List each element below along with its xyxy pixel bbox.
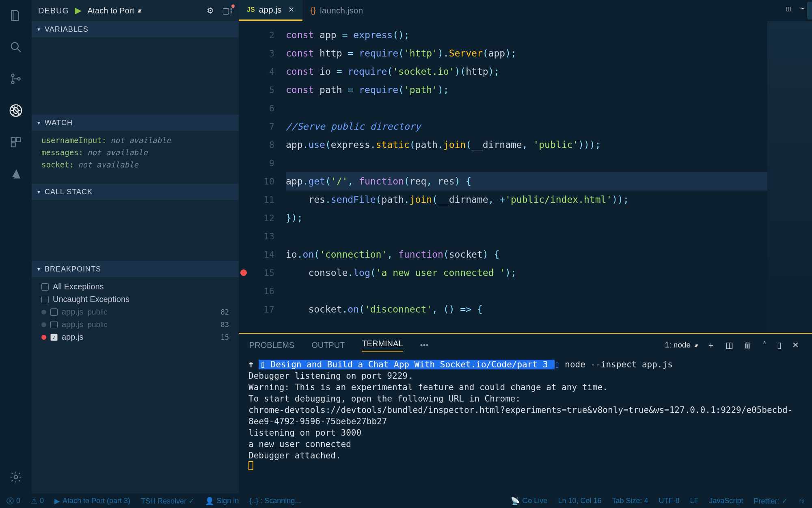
status-scanning[interactable]: {..} : Scanning... (249, 497, 301, 505)
debug-icon[interactable] (8, 102, 24, 119)
split-editor-icon[interactable]: ◫ (786, 4, 790, 13)
status-prettier[interactable]: Prettier: ✓ (754, 497, 788, 506)
status-warnings[interactable]: ⚠ 0 (31, 497, 44, 506)
chevron-down-icon: ▾ (37, 26, 41, 33)
callstack-section-header[interactable]: ▾CALL STACK (32, 184, 239, 200)
svg-rect-6 (16, 138, 20, 142)
debug-label: DEBUG (38, 6, 69, 15)
line-number: 2 (248, 26, 274, 44)
kill-terminal-icon[interactable]: 🗑 (744, 341, 752, 350)
terminal[interactable]: ✝ ▯ Design and Build a Chat App With Soc… (239, 356, 812, 493)
breakpoint-all-exceptions[interactable]: All Exceptions (39, 280, 234, 293)
svg-point-2 (11, 81, 14, 84)
chevron-down-icon: ▾ (37, 266, 41, 272)
breakpoint-gutter[interactable] (239, 21, 248, 333)
settings-gear-icon[interactable] (8, 469, 24, 485)
status-errors[interactable]: ⓧ 0 (6, 496, 20, 506)
debug-settings-gear-icon[interactable]: ⚙ (207, 6, 214, 15)
watch-item[interactable]: messages: not available (39, 146, 234, 158)
debug-console-icon[interactable]: ▢⁞ (222, 6, 232, 15)
explorer-icon[interactable] (8, 7, 24, 24)
watch-status: not available (110, 136, 171, 145)
watch-name: messages: (41, 148, 83, 157)
breakpoint-uncaught-exceptions[interactable]: Uncaught Exceptions (39, 293, 234, 306)
start-debug-icon[interactable]: ▶ (75, 5, 82, 16)
close-panel-icon[interactable]: ✕ (792, 340, 799, 350)
variables-section-header[interactable]: ▾VARIABLES (32, 21, 239, 37)
status-tab-size[interactable]: Tab Size: 4 (612, 497, 648, 506)
code-line: io.on('connection', function(socket) { (286, 245, 767, 264)
toggle-panel-icon[interactable]: ▯ (777, 340, 782, 350)
status-bar: ⓧ 0 ⚠ 0 ▶ Atach to Port (part 3) TSH Res… (0, 493, 812, 508)
more-tabs-icon[interactable]: ••• (420, 341, 429, 350)
watch-body: usernameInput: not availablemessages: no… (32, 131, 239, 184)
status-cursor-pos[interactable]: Ln 10, Col 16 (558, 497, 601, 506)
status-eol[interactable]: LF (690, 497, 699, 506)
line-number: 11 (248, 191, 274, 209)
debug-config-selector[interactable]: Atach to Port ▴▾ (87, 6, 139, 15)
debug-header: DEBUG ▶ Atach to Port ▴▾ ⚙ ▢⁞ (32, 0, 239, 21)
source-control-icon[interactable] (8, 71, 24, 87)
editor-header-actions: ◫ ⋯ (786, 4, 805, 13)
watch-item[interactable]: usernameInput: not available (39, 134, 234, 146)
extensions-icon[interactable] (8, 134, 24, 150)
panel-tab-output[interactable]: OUTPUT (311, 341, 345, 350)
watch-section-header[interactable]: ▾WATCH (32, 115, 239, 131)
code-line: app.use(express.static(path.join(__dirna… (286, 136, 767, 154)
breakpoint-dot-icon (41, 322, 46, 327)
breakpoint-marker[interactable] (240, 269, 247, 276)
status-tsh-resolver[interactable]: TSH Resolver ✓ (141, 497, 194, 506)
terminal-selector[interactable]: 1: node ▴▾ (665, 341, 696, 350)
maximize-panel-icon[interactable]: ˄ (762, 340, 767, 350)
variables-body (32, 37, 239, 115)
panel-tabs: PROBLEMS OUTPUT TERMINAL ••• 1: node ▴▾ … (239, 334, 812, 356)
terminal-selector-label: 1: node (665, 341, 691, 350)
code-line: //Serve public directory (286, 117, 767, 136)
split-terminal-icon[interactable]: ◫ (726, 340, 733, 350)
checkbox-icon[interactable]: ✓ (50, 334, 58, 341)
line-number-gutter: 234567891011121314151617 (248, 21, 282, 333)
code-line: console.log('a new user connected '); (286, 264, 767, 282)
debug-sidebar: DEBUG ▶ Atach to Port ▴▾ ⚙ ▢⁞ ▾VARIABLES… (32, 0, 239, 493)
breakpoint-item[interactable]: app.js public 83 (39, 318, 234, 331)
more-actions-icon[interactable]: ⋯ (800, 4, 805, 13)
code-line (286, 154, 767, 172)
breakpoint-folder: public (87, 308, 108, 317)
breakpoint-dot-icon (41, 335, 46, 340)
watch-status: not available (78, 160, 138, 169)
close-icon[interactable]: ✕ (288, 5, 294, 14)
line-number: 7 (248, 117, 274, 136)
checkbox-icon[interactable] (41, 283, 49, 291)
code-line (286, 227, 767, 245)
status-language[interactable]: JavaScript (709, 497, 743, 506)
code-line: const app = express(); (286, 26, 767, 44)
breakpoint-file: app.js (62, 320, 83, 329)
terminal-cwd: ▯ Design and Build a Chat App With Socke… (259, 360, 555, 369)
code-editor[interactable]: const app = express();const http = requi… (282, 21, 767, 333)
new-terminal-icon[interactable]: ＋ (707, 340, 715, 351)
status-encoding[interactable]: UTF-8 (659, 497, 680, 506)
status-feedback-icon[interactable]: ☺ (798, 497, 806, 506)
azure-icon[interactable] (8, 166, 24, 182)
watch-item[interactable]: socket: not available (39, 158, 234, 171)
panel-tab-problems[interactable]: PROBLEMS (249, 341, 294, 350)
status-go-live[interactable]: 📡 Go Live (511, 497, 547, 506)
status-debug-launch[interactable]: ▶ Atach to Port (part 3) (54, 497, 130, 506)
tab-launch-json[interactable]: {} launch.json (302, 0, 371, 21)
breakpoint-item[interactable]: ✓ app.js 15 (39, 331, 234, 343)
tab-label: launch.json (320, 6, 363, 15)
breakpoint-item[interactable]: app.js public 82 (39, 306, 234, 318)
search-icon[interactable] (8, 39, 24, 55)
svg-rect-5 (11, 138, 15, 142)
status-signin[interactable]: 👤 Sign in (205, 497, 239, 506)
checkbox-icon[interactable] (50, 308, 58, 316)
checkbox-icon[interactable] (50, 321, 58, 328)
breakpoint-file: app.js (62, 307, 83, 317)
breakpoints-section-header[interactable]: ▾BREAKPOINTS (32, 261, 239, 277)
panel-tab-terminal[interactable]: TERMINAL (362, 339, 403, 352)
debug-toolbar[interactable]: ⋮⋮ ❚❚ ↷ ↓ ↑ ↻ (807, 2, 812, 20)
minimap[interactable] (767, 21, 812, 333)
checkbox-icon[interactable] (41, 296, 49, 303)
tab-app-js[interactable]: JS app.js ✕ (239, 0, 302, 21)
line-number: 13 (248, 227, 274, 245)
